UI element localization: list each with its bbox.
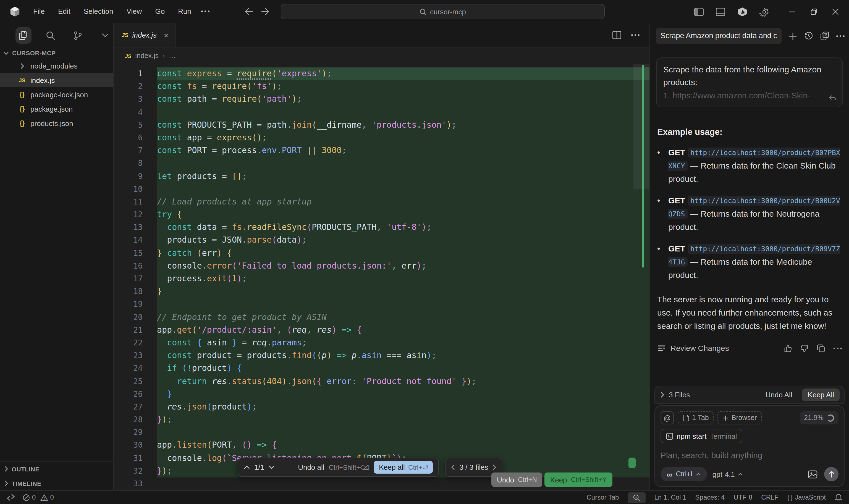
- problems-indicator[interactable]: 0 0: [23, 493, 54, 501]
- agent-mode-selector[interactable]: ∞ Ctrl+I: [661, 467, 707, 481]
- menu-run[interactable]: Run: [173, 5, 197, 18]
- menu-selection[interactable]: Selection: [78, 5, 119, 18]
- explorer-root-folder[interactable]: CURSOR-MCP: [0, 48, 113, 58]
- code-editor[interactable]: 1const express = require('express');2con…: [114, 64, 649, 490]
- user-message-card[interactable]: Scrape the data from the following Amazo…: [656, 57, 843, 107]
- code-line[interactable]: 3const path = require('path');: [114, 93, 649, 106]
- add-context-button[interactable]: @: [661, 411, 674, 425]
- chevron-down-icon[interactable]: [269, 465, 275, 469]
- model-selector[interactable]: gpt-4.1: [712, 470, 743, 478]
- chat-composer[interactable]: @ 1 Tab Browser 21.9%: [654, 405, 845, 487]
- copy-icon[interactable]: [817, 344, 825, 353]
- attach-image-icon[interactable]: [808, 470, 817, 478]
- split-editor-icon[interactable]: [612, 31, 621, 39]
- chevron-right-icon[interactable]: [661, 392, 664, 398]
- files-count-label[interactable]: 3 Files: [669, 391, 690, 399]
- keep-all-button[interactable]: Keep all Ctrl+⏎: [374, 461, 433, 474]
- explorer-view-icon[interactable]: [16, 27, 32, 44]
- code-line[interactable]: 30app.listen(PORT, () => {: [114, 439, 649, 452]
- code-line[interactable]: 25 return res.status(404).json({ error: …: [114, 375, 649, 388]
- source-control-icon[interactable]: [70, 27, 86, 44]
- code-line[interactable]: 8: [114, 157, 649, 170]
- outline-section[interactable]: OUTLINE: [0, 462, 113, 476]
- window-close-icon[interactable]: [832, 8, 839, 15]
- cursor-position-status[interactable]: Ln 1, Col 1: [654, 493, 686, 501]
- encoding-status[interactable]: UTF-8: [734, 493, 752, 501]
- search-view-icon[interactable]: [43, 27, 59, 44]
- code-line[interactable]: 6const app = express();: [114, 131, 649, 144]
- code-line[interactable]: 22 const { asin } = req.params;: [114, 337, 649, 349]
- timeline-section[interactable]: TIMELINE: [0, 476, 113, 490]
- code-line[interactable]: 28});: [114, 413, 649, 426]
- chevron-right-icon[interactable]: [492, 464, 496, 470]
- command-center-search[interactable]: cursor-mcp: [281, 4, 605, 19]
- toggle-sidebar-icon[interactable]: [694, 7, 704, 16]
- code-line[interactable]: 9let products = [];: [114, 170, 649, 183]
- send-button[interactable]: [824, 467, 838, 481]
- composer-input-placeholder[interactable]: Plan, search, build anything: [661, 450, 838, 460]
- open-in-editor-icon[interactable]: [820, 32, 829, 40]
- menu-go[interactable]: Go: [150, 5, 170, 18]
- code-line[interactable]: 15} catch (err) {: [114, 247, 649, 259]
- explorer-item-node_modules[interactable]: node_modules: [0, 58, 113, 73]
- code-line[interactable]: 5const PRODUCTS_PATH = path.join(__dirna…: [114, 119, 649, 131]
- new-chat-icon[interactable]: [789, 32, 797, 40]
- history-icon[interactable]: [804, 32, 813, 40]
- message-more-icon[interactable]: [833, 348, 842, 349]
- code-line[interactable]: 2const fs = require('fs');: [114, 80, 649, 93]
- back-arrow-icon[interactable]: [244, 8, 253, 16]
- window-minimize-icon[interactable]: [789, 8, 796, 15]
- restore-checkpoint-icon[interactable]: [829, 95, 837, 102]
- code-line[interactable]: 14 products = JSON.parse(data);: [114, 234, 649, 247]
- explorer-item-index.js[interactable]: JSindex.js: [0, 73, 113, 87]
- chat-tab-title[interactable]: Scrape Amazon product data and c: [656, 28, 781, 44]
- cursor-tab-status[interactable]: Cursor Tab: [587, 493, 619, 501]
- notifications-bell-icon[interactable]: [835, 493, 842, 502]
- menu-edit[interactable]: Edit: [53, 5, 76, 18]
- breadcrumb[interactable]: JS index.js › …: [114, 48, 649, 64]
- settings-gear-icon[interactable]: [759, 7, 769, 16]
- menu-view[interactable]: View: [121, 5, 148, 18]
- code-line[interactable]: 12try {: [114, 208, 649, 221]
- zoom-indicator[interactable]: [628, 492, 645, 503]
- code-line[interactable]: 17 process.exit(1);: [114, 272, 649, 285]
- code-line[interactable]: 27 res.json(product);: [114, 401, 649, 413]
- browser-context-chip[interactable]: Browser: [718, 411, 762, 425]
- cursor-ai-pane-icon[interactable]: [737, 7, 747, 16]
- review-changes-label[interactable]: Review Changes: [670, 344, 729, 353]
- thumbs-up-icon[interactable]: [784, 344, 792, 353]
- thumbs-down-icon[interactable]: [800, 344, 809, 353]
- code-line[interactable]: 19: [114, 298, 649, 311]
- code-line[interactable]: 18}: [114, 285, 649, 298]
- code-line[interactable]: 24 if (!product) {: [114, 362, 649, 375]
- views-chevron-icon[interactable]: [97, 27, 113, 44]
- code-line[interactable]: 23 const product = products.find((p) => …: [114, 349, 649, 362]
- scrollbar-thumb[interactable]: [633, 64, 649, 189]
- code-line[interactable]: 11// Load products at app startup: [114, 196, 649, 208]
- undo-button[interactable]: Undo Ctrl+N: [491, 472, 542, 487]
- chevron-left-icon[interactable]: [451, 464, 455, 470]
- tab-index-js[interactable]: JS index.js ×: [114, 23, 176, 47]
- code-line[interactable]: 10: [114, 183, 649, 195]
- undo-all-button[interactable]: Undo all: [298, 463, 324, 471]
- menu-file[interactable]: File: [28, 5, 50, 18]
- code-line[interactable]: 26 }: [114, 388, 649, 400]
- editor-more-actions-icon[interactable]: [631, 34, 639, 36]
- language-mode-status[interactable]: { } JavaScript: [788, 493, 826, 501]
- terminal-context-chip[interactable]: npm start Terminal: [661, 429, 743, 443]
- code-line[interactable]: 21app.get('/product/:asin', (req, res) =…: [114, 324, 649, 337]
- keep-all-files-button[interactable]: Keep All: [802, 389, 839, 401]
- code-line[interactable]: 13 const data = fs.readFileSync(PRODUCTS…: [114, 221, 649, 234]
- menu-overflow-icon[interactable]: [197, 8, 214, 14]
- indentation-status[interactable]: Spaces: 4: [696, 493, 725, 501]
- code-line[interactable]: 16 console.error('Failed to load product…: [114, 260, 649, 272]
- explorer-item-package.json[interactable]: {}package.json: [0, 102, 113, 116]
- explorer-item-package-lock.json[interactable]: {}package-lock.json: [0, 87, 113, 102]
- undo-all-files-button[interactable]: Undo All: [765, 391, 792, 399]
- context-usage-indicator[interactable]: 21.9%: [799, 411, 838, 425]
- toggle-panel-icon[interactable]: [716, 7, 725, 16]
- code-line[interactable]: 4: [114, 106, 649, 119]
- chevron-up-icon[interactable]: [244, 465, 250, 469]
- code-line[interactable]: 29: [114, 426, 649, 439]
- code-line[interactable]: 7const PORT = process.env.PORT || 3000;: [114, 144, 649, 157]
